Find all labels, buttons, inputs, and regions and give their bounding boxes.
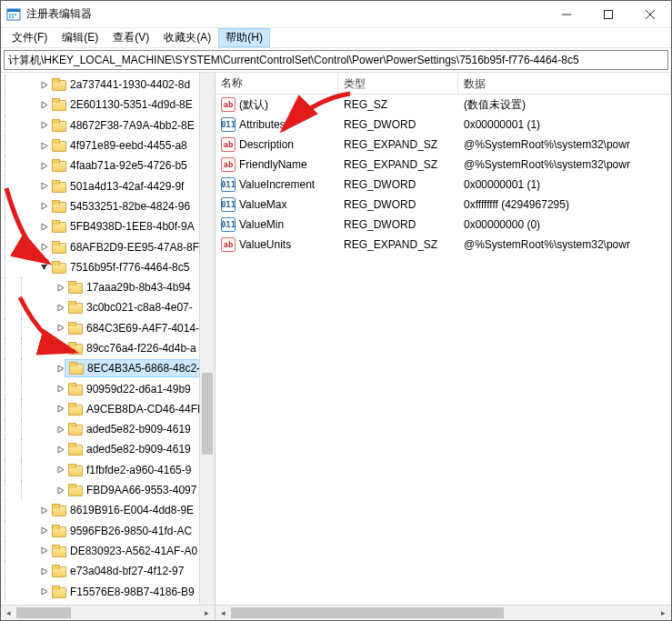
tree-item[interactable]: 8EC4B3A5-6868-48c2- [1,358,215,378]
tree-item[interactable]: 684C3E69-A4F7-4014- [1,318,215,338]
tree-item[interactable]: 90959d22-d6a1-49b9 [1,378,215,398]
tree-item[interactable]: 8619B916-E004-4dd8-9E [1,500,215,520]
tree-item[interactable]: A9CEB8DA-CD46-44FE [1,399,215,419]
tree-item[interactable]: 54533251-82be-4824-96 [1,196,215,216]
menu-edit[interactable]: 编辑(E) [55,28,105,47]
tree-item[interactable]: f1fbfde2-a960-4165-9 [1,460,215,480]
tree-item[interactable]: aded5e82-b909-4619 [1,419,215,439]
tree-item[interactable]: 3c0bc021-c8a8-4e07- [1,297,215,317]
tree-item[interactable]: 501a4d13-42af-4429-9f [1,175,215,195]
expand-icon[interactable] [37,159,50,172]
tree-item[interactable]: 2a737441-1930-4402-8d [1,75,215,95]
value-row[interactable]: 011ValueMaxREG_DWORD0xffffffff (42949672… [216,195,671,215]
expand-icon[interactable] [54,403,66,416]
tree-item[interactable]: 2E601130-5351-4d9d-8E [1,95,215,115]
titlebar[interactable]: 注册表编辑器 [1,1,671,28]
address-bar[interactable]: 计算机\HKEY_LOCAL_MACHINE\SYSTEM\CurrentCon… [4,50,668,70]
maximize-button[interactable] [587,1,629,27]
expand-icon[interactable] [37,565,50,577]
expand-icon[interactable] [37,180,50,193]
scroll-left-icon[interactable]: ◂ [1,606,16,620]
value-row[interactable]: 011ValueIncrementREG_DWORD0x00000001 (1) [216,175,671,195]
tree-item-label: 17aaa29b-8b43-4b94 [86,281,195,294]
tree-item[interactable]: 7516b95f-f776-4464-8c5 [1,257,215,277]
column-header-type[interactable]: 类型 [338,73,458,94]
close-button[interactable] [629,1,671,27]
scroll-right-icon[interactable]: ▸ [199,606,215,620]
scroll-right-icon[interactable]: ▸ [656,606,671,620]
tree-item-label: 3c0bc021-c8a8-4e07- [86,301,196,314]
tree-pane[interactable]: 2a737441-1930-4402-8d2E601130-5351-4d9d-… [1,73,216,605]
tree-horizontal-scrollbar[interactable]: ◂ ▸ [1,605,216,620]
menu-favorites[interactable]: 收藏夹(A) [156,28,218,47]
tree-item-label: 54533251-82be-4824-96 [70,200,194,213]
column-header-name[interactable]: 名称 [216,73,338,94]
svg-rect-7 [605,10,613,18]
menubar: 文件(F) 编辑(E) 查看(V) 收藏夹(A) 帮助(H) [1,28,671,48]
expand-icon[interactable] [54,423,66,436]
value-row[interactable]: ab(默认)REG_SZ(数值未设置) [216,95,671,115]
tree-item[interactable]: F15576E8-98B7-4186-B9 [1,581,215,601]
minimize-button[interactable] [546,1,587,27]
tree-item[interactable]: 4f971e89-eebd-4455-a8 [1,135,215,155]
tree-item[interactable]: 89cc76a4-f226-4d4b-a [1,338,215,358]
expand-icon[interactable] [37,139,50,152]
collapse-icon[interactable] [37,261,50,274]
value-name: FriendlyName [239,158,307,171]
value-row[interactable]: abValueUnitsREG_EXPAND_SZ@%SystemRoot%\s… [216,235,671,255]
tree-item[interactable]: FBD9AA66-9553-4097 [1,480,215,500]
tree-item-label: 2a737441-1930-4402-8d [70,78,194,91]
column-header-data[interactable]: 数据 [458,73,671,94]
expand-icon[interactable] [37,119,50,132]
expand-icon[interactable] [37,98,50,111]
value-row[interactable]: abDescriptionREG_EXPAND_SZ@%SystemRoot%\… [216,135,671,155]
folder-icon [69,362,84,375]
scrollbar-thumb[interactable] [16,607,71,618]
expand-icon[interactable] [37,545,50,557]
tree-item[interactable]: 4faab71a-92e5-4726-b5 [1,155,215,175]
expand-icon[interactable] [37,200,50,213]
tree-item[interactable]: 68AFB2D9-EE95-47A8-8F [1,236,215,256]
expand-icon[interactable] [54,301,66,314]
menu-file[interactable]: 文件(F) [5,28,55,47]
tree-item-label: 48672F38-7A9A-4bb2-8E [70,119,198,132]
tree-item[interactable]: aded5e82-b909-4619 [1,439,215,459]
expand-icon[interactable] [54,342,66,355]
tree-item[interactable]: e73a048d-bf27-4f12-97 [1,561,215,581]
tree-item[interactable]: 48672F38-7A9A-4bb2-8E [1,115,215,135]
expand-icon[interactable] [54,484,66,496]
tree-vertical-scrollbar[interactable] [199,73,215,605]
tree-item-label: 8EC4B3A5-6868-48c2- [87,362,204,375]
value-row[interactable]: abFriendlyNameREG_EXPAND_SZ@%SystemRoot%… [216,155,671,175]
menu-view[interactable]: 查看(V) [105,28,156,47]
expand-icon[interactable] [54,322,66,335]
scroll-left-icon[interactable]: ◂ [216,606,231,620]
menu-help[interactable]: 帮助(H) [218,28,270,47]
value-row[interactable]: 011AttributesREG_DWORD0x00000001 (1) [216,115,671,135]
expand-icon[interactable] [37,525,50,537]
expand-icon[interactable] [54,443,66,456]
value-row[interactable]: 011ValueMinREG_DWORD0x00000000 (0) [216,215,671,235]
svg-rect-2 [9,14,11,15]
expand-icon[interactable] [37,78,50,91]
values-horizontal-scrollbar[interactable]: ◂ ▸ [216,605,671,620]
scrollbar-thumb[interactable] [231,607,504,618]
tree-item[interactable]: 17aaa29b-8b43-4b94 [1,277,215,297]
expand-icon[interactable] [54,464,66,476]
values-header[interactable]: 名称 类型 数据 [216,73,671,95]
expand-icon[interactable] [37,220,50,233]
tree-item-label: 7516b95f-f776-4464-8c5 [70,261,193,274]
tree-item[interactable]: DE830923-A562-41AF-A0 [1,541,215,561]
value-name: ValueUnits [239,238,291,251]
tree-item[interactable]: 9596FB26-9850-41fd-AC [1,521,215,541]
expand-icon[interactable] [54,383,66,396]
folder-icon [68,301,83,314]
scrollbar-thumb[interactable] [202,373,213,455]
expand-icon[interactable] [54,281,66,294]
value-data: @%SystemRoot%\system32\powr [458,138,671,151]
values-pane[interactable]: 名称 类型 数据 ab(默认)REG_SZ(数值未设置)011Attribute… [216,73,671,605]
tree-item[interactable]: 5FB4938D-1EE8-4b0f-9A [1,216,215,236]
expand-icon[interactable] [37,241,50,254]
expand-icon[interactable] [37,504,50,516]
expand-icon[interactable] [37,586,50,598]
